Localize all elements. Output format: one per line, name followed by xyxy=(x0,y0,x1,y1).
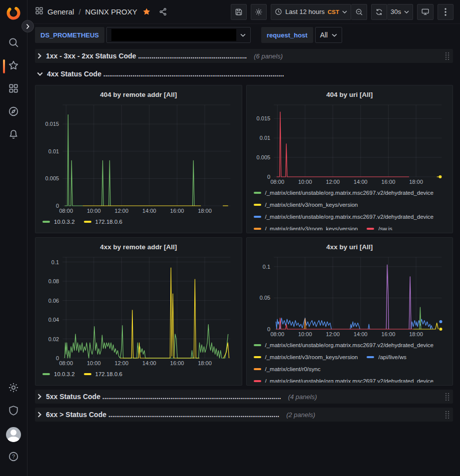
sidebar-item-search[interactable] xyxy=(0,32,27,55)
timeseries-plot[interactable]: 08:0010:0012:0014:0016:0018:0000.020.040… xyxy=(39,253,238,368)
avatar xyxy=(6,427,21,442)
grafana-app: ? General / NGINX PROXY xyxy=(0,0,460,476)
svg-text:0.08: 0.08 xyxy=(48,278,59,284)
series-label: /_matrix/client/r0/sync xyxy=(265,366,321,372)
request-host-value: All xyxy=(320,31,328,39)
svg-text:0.1: 0.1 xyxy=(262,264,270,270)
row-drag-handle[interactable] xyxy=(445,410,450,420)
svg-text:0.01: 0.01 xyxy=(48,148,59,154)
series-label: 172.18.0.6 xyxy=(95,219,122,225)
row-drag-handle[interactable] xyxy=(445,51,450,61)
row-title: 1xx - 3xx - 2xx Status Code ............… xyxy=(46,52,247,60)
svg-text:0.015: 0.015 xyxy=(256,115,270,121)
svg-text:0.1: 0.1 xyxy=(51,259,59,265)
variable-label-request-host[interactable]: request_host xyxy=(261,27,313,43)
svg-text:10:00: 10:00 xyxy=(298,179,312,185)
svg-text:0.05: 0.05 xyxy=(259,295,270,301)
series-color-swatch xyxy=(254,192,261,194)
sidebar-expand-button[interactable] xyxy=(21,20,34,32)
row-header-1xx-3xx-2xx[interactable]: 1xx - 3xx - 2xx Status Code ............… xyxy=(35,49,453,63)
sidebar-item-explore[interactable] xyxy=(0,101,27,124)
legend-item[interactable]: /_matrix/client/r0/sync xyxy=(254,365,321,373)
sidebar-item-dashboards[interactable] xyxy=(0,78,27,101)
legend-item[interactable]: 10.0.3.2 xyxy=(42,218,75,226)
breadcrumb-folder[interactable]: General xyxy=(47,7,74,16)
favorite-star-icon[interactable] xyxy=(142,7,151,16)
panel-legend: /_matrix/client/unstable/org.matrix.msc2… xyxy=(251,339,449,383)
svg-text:10:00: 10:00 xyxy=(87,360,101,366)
shield-icon xyxy=(8,405,19,418)
series-label: /_matrix/client/v3/room_keys/version xyxy=(265,354,358,360)
row-header-6xx[interactable]: 6xx > Status Code ......................… xyxy=(35,408,453,422)
kebab-menu-button[interactable] xyxy=(438,4,454,20)
timeseries-plot[interactable]: 08:0010:0012:0014:0016:0018:0000.0050.01… xyxy=(251,100,449,186)
panel-title[interactable]: 4xx by remote addr [All] xyxy=(39,241,238,253)
grafana-logo[interactable] xyxy=(5,5,21,21)
series-label: 172.18.0.6 xyxy=(95,371,122,377)
dashboard-title[interactable]: NGINX PROXY xyxy=(85,7,137,16)
svg-text:12:00: 12:00 xyxy=(326,179,340,185)
dashboard-settings-button[interactable] xyxy=(251,4,267,20)
row-header-4xx[interactable]: 4xx Status Code ........................… xyxy=(35,67,453,81)
sidebar-item-configuration[interactable] xyxy=(0,377,27,400)
panel-title[interactable]: 404 by uri [All] xyxy=(251,88,449,100)
zoom-out-button[interactable] xyxy=(351,4,367,20)
share-icon[interactable] xyxy=(159,7,167,16)
svg-text:16:00: 16:00 xyxy=(381,179,395,185)
series-color-swatch xyxy=(42,373,50,375)
series-label: /_matrix/client/unstable/org.matrix.msc2… xyxy=(265,214,434,220)
panel-title[interactable]: 404 by remote addr [All] xyxy=(39,88,238,100)
time-range-picker[interactable]: Last 12 hours CST xyxy=(271,4,351,20)
legend-item[interactable]: /_matrix/client/v3/room_keys/version xyxy=(254,353,358,361)
legend-item[interactable]: /_matrix/client/unstable/org.matrix.msc2… xyxy=(254,189,434,197)
sidebar-item-starred[interactable] xyxy=(0,55,27,78)
panel-title[interactable]: 4xx by uri [All] xyxy=(251,241,449,253)
active-section-indicator xyxy=(3,59,5,73)
svg-text:0: 0 xyxy=(56,355,59,361)
row-header-5xx[interactable]: 5xx Status Code ........................… xyxy=(35,390,453,404)
svg-text:0.005: 0.005 xyxy=(256,154,270,160)
legend-item[interactable]: /_matrix/client/unstable/org.matrix.msc2… xyxy=(254,213,434,221)
svg-text:0.02: 0.02 xyxy=(48,336,59,342)
svg-text:0.01: 0.01 xyxy=(259,135,270,141)
chevron-down-icon xyxy=(240,33,246,37)
compass-icon xyxy=(8,106,19,119)
legend-item[interactable]: 10.0.3.2 xyxy=(42,370,75,378)
svg-text:0.015: 0.015 xyxy=(45,121,59,127)
legend-item[interactable]: /_matrix/client/unstable/org.matrix.msc2… xyxy=(254,341,434,349)
legend-item[interactable]: /sw.js xyxy=(367,225,392,230)
variable-label-ds-prometheus[interactable]: DS_PROMETHEUS xyxy=(35,27,104,43)
timeseries-plot[interactable]: 08:0010:0012:0014:0016:0018:0000.0050.01… xyxy=(39,100,238,215)
legend-item[interactable]: /_matrix/client/v3/room_keys/version xyxy=(254,225,358,230)
refresh-interval-picker[interactable]: 30s xyxy=(387,4,413,20)
row-drag-handle[interactable] xyxy=(445,392,450,402)
svg-text:16:00: 16:00 xyxy=(381,331,395,337)
sidebar-item-alerting[interactable] xyxy=(0,124,27,147)
legend-item[interactable]: /_matrix/client/unstable/org.matrix.msc2… xyxy=(254,377,434,383)
variable-select-ds-prometheus[interactable] xyxy=(106,27,251,43)
legend-item[interactable]: /api/live/ws xyxy=(367,353,406,361)
main-area: General / NGINX PROXY xyxy=(27,0,460,476)
timeseries-plot[interactable]: 08:0010:0012:0014:0016:0018:0000.050.1 xyxy=(251,253,449,339)
legend-item[interactable]: /_matrix/client/v3/room_keys/version xyxy=(254,201,358,209)
bell-icon xyxy=(8,129,19,142)
tv-mode-button[interactable] xyxy=(417,4,434,20)
sidebar-item-help[interactable]: ? xyxy=(0,446,27,469)
variable-select-request-host[interactable]: All xyxy=(315,27,343,43)
timezone-label: CST xyxy=(328,9,339,15)
refresh-controls: 30s xyxy=(371,4,413,20)
panel-row-bottom: 4xx by remote addr [All] 08:0010:0012:00… xyxy=(35,237,453,386)
svg-text:18:00: 18:00 xyxy=(409,179,423,185)
sidebar-item-server-admin[interactable] xyxy=(0,400,27,423)
series-color-swatch xyxy=(367,356,374,358)
legend-item[interactable]: 172.18.0.6 xyxy=(84,218,122,226)
row-panel-count: (2 panels) xyxy=(283,411,315,419)
svg-text:14:00: 14:00 xyxy=(142,360,156,366)
legend-item[interactable]: 172.18.0.6 xyxy=(84,370,122,378)
row-panel-count: (4 panels) xyxy=(285,393,317,401)
sidebar-item-profile[interactable] xyxy=(0,423,27,446)
refresh-button[interactable] xyxy=(371,4,387,20)
save-dashboard-button[interactable] xyxy=(231,4,247,20)
svg-text:08:00: 08:00 xyxy=(270,331,284,337)
svg-text:08:00: 08:00 xyxy=(59,360,73,366)
